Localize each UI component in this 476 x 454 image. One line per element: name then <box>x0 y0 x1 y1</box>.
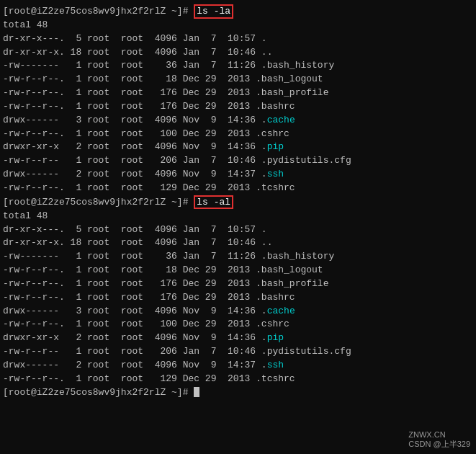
row-1-3: -rw------- 1 root root 36 Jan 7 11:26 .b… <box>3 59 473 73</box>
row-1-5: -rw-r--r--. 1 root root 176 Dec 29 2013 … <box>3 86 473 100</box>
row-2-4: -rw-r--r--. 1 root root 18 Dec 29 2013 .… <box>3 264 473 277</box>
prompt-1: [root@iZ2ze75cos8wv9jhx2f2rlZ ~]# <box>3 6 194 17</box>
row-1-4: -rw-r--r--. 1 root root 18 Dec 29 2013 .… <box>3 73 473 86</box>
row-2-6: -rw-r--r--. 1 root root 176 Dec 29 2013 … <box>3 291 473 305</box>
total-2: total 48 <box>3 210 473 223</box>
cmd-2: ls -al <box>194 195 233 210</box>
cache-label-1: cache <box>267 115 295 125</box>
pip-label-2: pip <box>267 332 284 343</box>
row-2-1: dr-xr-x---. 5 root root 4096 Jan 7 10:57… <box>3 223 473 237</box>
ssh-label-2: ssh <box>267 360 284 370</box>
total-1: total 48 <box>3 19 473 32</box>
row-2-tcshrc: -rw-r--r--. 1 root root 129 Dec 29 2013 … <box>3 373 473 386</box>
watermark-author: CSDN @上半329 <box>408 439 470 450</box>
watermark: ZNWX.CN CSDN @上半329 <box>408 430 470 450</box>
row-1-2: dr-xr-xr-x. 18 root root 4096 Jan 7 10:4… <box>3 46 473 60</box>
row-1-cshrc: -rw-r--r--. 1 root root 100 Dec 29 2013 … <box>3 128 473 141</box>
command-line-2: [root@iZ2ze75cos8wv9jhx2f2rlZ ~]# ls -al <box>3 195 473 210</box>
watermark-site: ZNWX.CN <box>408 430 470 439</box>
row-2-2: dr-xr-xr-x. 18 root root 4096 Jan 7 10:4… <box>3 236 473 250</box>
cmd-1: ls -la <box>194 4 233 19</box>
row-1-tcshrc: -rw-r--r--. 1 root root 129 Dec 29 2013 … <box>3 182 473 195</box>
command-line-3: [root@iZ2ze75cos8wv9jhx2f2rlZ ~]# <box>3 386 473 400</box>
prompt-3: [root@iZ2ze75cos8wv9jhx2f2rlZ ~]# <box>3 387 194 398</box>
row-2-3: -rw------- 1 root root 36 Jan 7 11:26 .b… <box>3 250 473 264</box>
terminal: [root@iZ2ze75cos8wv9jhx2f2rlZ ~]# ls -la… <box>0 0 476 454</box>
cache-label-2: cache <box>267 306 295 316</box>
row-1-6: -rw-r--r--. 1 root root 176 Dec 29 2013 … <box>3 100 473 114</box>
row-2-ssh: drwx------ 2 root root 4096 Nov 9 14:37 … <box>3 359 473 373</box>
pip-label-1: pip <box>267 141 284 152</box>
row-2-cache: drwx------ 3 root root 4096 Nov 9 14:36 … <box>3 305 473 319</box>
row-1-1: dr-xr-x---. 5 root root 4096 Jan 7 10:57… <box>3 32 473 46</box>
prompt-2: [root@iZ2ze75cos8wv9jhx2f2rlZ ~]# <box>3 197 194 208</box>
row-1-cache: drwx------ 3 root root 4096 Nov 9 14:36 … <box>3 114 473 128</box>
row-2-cshrc: -rw-r--r--. 1 root root 100 Dec 29 2013 … <box>3 318 473 331</box>
command-line-1: [root@iZ2ze75cos8wv9jhx2f2rlZ ~]# ls -la <box>3 4 473 19</box>
cursor <box>194 387 199 397</box>
row-2-5: -rw-r--r--. 1 root root 176 Dec 29 2013 … <box>3 277 473 291</box>
row-1-ssh: drwx------ 2 root root 4096 Nov 9 14:37 … <box>3 168 473 182</box>
row-2-pydist: -rw-r--r-- 1 root root 206 Jan 7 10:46 .… <box>3 345 473 359</box>
row-1-pydist: -rw-r--r-- 1 root root 206 Jan 7 10:46 .… <box>3 154 473 168</box>
row-1-pip: drwxr-xr-x 2 root root 4096 Nov 9 14:36 … <box>3 141 473 154</box>
row-2-pip: drwxr-xr-x 2 root root 4096 Nov 9 14:36 … <box>3 331 473 345</box>
ssh-label-1: ssh <box>267 169 284 179</box>
